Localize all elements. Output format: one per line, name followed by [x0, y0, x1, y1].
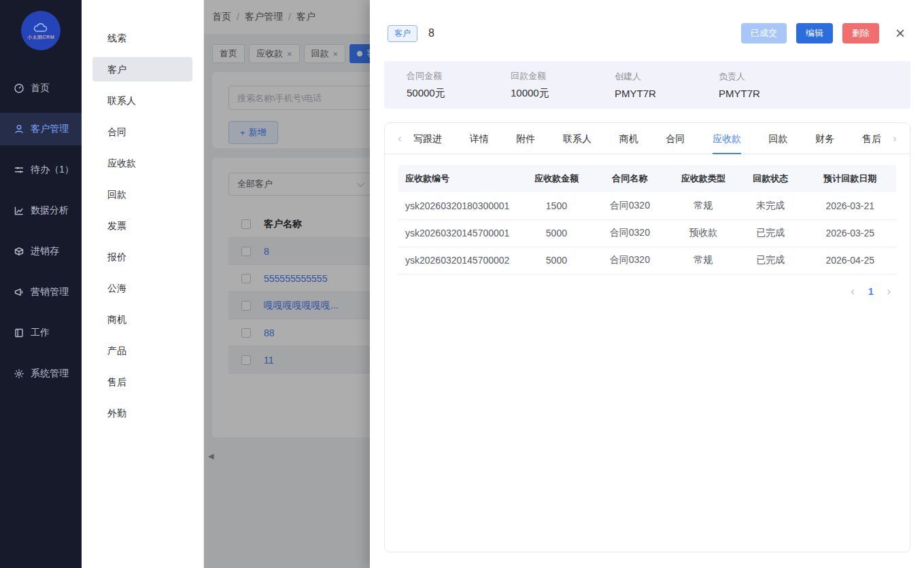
tab-details[interactable]: 详情 — [470, 123, 489, 154]
nav-item-label: 首页 — [31, 82, 50, 94]
summary-contract-amount: 合同金额 50000元 — [384, 70, 488, 100]
receivable-number[interactable]: ysk20260320180300001 — [398, 192, 523, 219]
column-header: 应收款金额 — [523, 165, 590, 192]
submenu-item-contacts[interactable]: 联系人 — [92, 88, 192, 113]
summary-label: 合同金额 — [407, 70, 488, 82]
submenu-item-leads[interactable]: 线索 — [92, 26, 192, 50]
nav-item-label: 系统管理 — [31, 368, 69, 380]
nav-item-home[interactable]: 首页 — [0, 72, 82, 105]
expected-date: 2026-04-25 — [804, 247, 896, 274]
todo-icon — [14, 164, 24, 175]
detail-tabs-list: 写跟进 详情 附件 联系人 商机 合同 应收款 回款 财务 售后 — [405, 123, 889, 154]
receivable-number[interactable]: ysk20260320145700001 — [398, 219, 523, 247]
submenu-item-field-work[interactable]: 外勤 — [92, 401, 192, 425]
analytics-icon — [14, 205, 24, 216]
receivable-amount: 5000 — [523, 219, 590, 247]
nav-item-label: 待办（1） — [31, 164, 74, 176]
column-header: 应收款类型 — [670, 165, 737, 192]
tab-payments[interactable]: 回款 — [769, 123, 788, 154]
receivable-number[interactable]: ysk20260320145700002 — [398, 247, 523, 274]
nav-item-label: 数据分析 — [31, 205, 69, 217]
receivable-type: 常规 — [670, 247, 737, 274]
delete-button[interactable]: 删除 — [842, 23, 879, 43]
contract-name: 合同0320 — [590, 219, 670, 247]
nav-item-label: 进销存 — [31, 245, 59, 258]
crm-screen: 小太阳CRM 首页 客户管理 待办（1） 数据分析 — [0, 0, 924, 568]
table-row[interactable]: ysk20260320145700002 5000 合同0320 常规 已完成 … — [398, 247, 896, 274]
tab-receivables[interactable]: 应收款 — [713, 123, 741, 154]
nav-item-todo[interactable]: 待办（1） — [0, 154, 82, 186]
pagination: ‹ 1 › — [404, 285, 891, 298]
app-logo[interactable]: 小太阳CRM — [21, 11, 61, 50]
contract-name: 合同0320 — [590, 247, 670, 274]
tab-after-sales[interactable]: 售后 — [862, 123, 881, 154]
summary-value: PMYT7R — [615, 88, 696, 99]
app-logo-text: 小太阳CRM — [27, 34, 54, 41]
submenu-item-public-pool[interactable]: 公海 — [92, 276, 192, 300]
customer-detail-drawer: 客户 8 已成交 编辑 删除 × 合同金额 50000元 回款金额 10000元… — [370, 0, 924, 568]
customers-icon — [14, 124, 24, 135]
tab-finance[interactable]: 财务 — [815, 123, 834, 154]
tab-opportunities[interactable]: 商机 — [619, 123, 638, 154]
customer-title: 8 — [428, 27, 741, 39]
nav-item-inventory[interactable]: 进销存 — [0, 235, 82, 268]
tab-attachments[interactable]: 附件 — [516, 123, 535, 154]
submenu-item-products[interactable]: 产品 — [92, 338, 192, 363]
submenu-item-invoices[interactable]: 发票 — [92, 213, 192, 238]
column-header: 回款状态 — [737, 165, 804, 192]
submenu-item-contracts[interactable]: 合同 — [92, 120, 192, 144]
current-page[interactable]: 1 — [868, 286, 874, 297]
nav-item-marketing[interactable]: 营销管理 — [0, 276, 82, 308]
receivables-table-header: 应收款编号 应收款金额 合同名称 应收款类型 回款状态 预计回款日期 — [398, 165, 896, 192]
summary-value: 50000元 — [407, 87, 488, 100]
submenu-item-opportunities[interactable]: 商机 — [92, 307, 192, 332]
tabs-scroll-left-icon[interactable]: ‹ — [394, 132, 405, 145]
summary-value: 10000元 — [511, 87, 592, 100]
submenu-item-after-sales[interactable]: 售后 — [92, 370, 192, 394]
submenu-item-quotes[interactable]: 报价 — [92, 245, 192, 269]
payment-status: 未完成 — [737, 192, 804, 219]
nav-item-analytics[interactable]: 数据分析 — [0, 194, 82, 227]
nav-item-label: 客户管理 — [31, 123, 69, 135]
edit-button[interactable]: 编辑 — [796, 23, 833, 43]
receivables-table: 应收款编号 应收款金额 合同名称 应收款类型 回款状态 预计回款日期 ysk20… — [398, 165, 896, 274]
table-row[interactable]: ysk20260320180300001 1500 合同0320 常规 未完成 … — [398, 192, 896, 219]
submenu-item-customers[interactable]: 客户 — [92, 57, 192, 82]
close-icon[interactable]: × — [895, 25, 905, 41]
detail-card: ‹ 写跟进 详情 附件 联系人 商机 合同 应收款 回款 财务 售后 › — [384, 122, 910, 552]
next-page-icon[interactable]: › — [887, 285, 891, 298]
submenu-item-payments[interactable]: 回款 — [92, 182, 192, 207]
receivable-type: 常规 — [670, 192, 737, 219]
secondary-sidebar: 线索 客户 联系人 合同 应收款 回款 发票 报价 公海 商机 产品 售后 外勤 — [82, 0, 204, 568]
drawer-header: 客户 8 已成交 编辑 删除 × — [370, 0, 924, 43]
inventory-icon — [14, 246, 24, 257]
nav-item-customer-management[interactable]: 客户管理 — [0, 113, 82, 145]
nav-item-work[interactable]: 工作 — [0, 317, 82, 349]
prev-page-icon[interactable]: ‹ — [851, 285, 855, 298]
summary-creator: 创建人 PMYT7R — [592, 71, 696, 99]
nav-item-label: 营销管理 — [31, 286, 69, 298]
table-row[interactable]: ysk20260320145700001 5000 合同0320 预收款 已完成… — [398, 219, 896, 247]
column-header: 预计回款日期 — [804, 165, 896, 192]
column-header: 合同名称 — [590, 165, 670, 192]
detail-tabs: ‹ 写跟进 详情 附件 联系人 商机 合同 应收款 回款 财务 售后 › — [385, 123, 910, 154]
tab-contracts[interactable]: 合同 — [666, 123, 685, 154]
summary-value: PMYT7R — [719, 88, 800, 99]
submenu-item-receivables[interactable]: 应收款 — [92, 151, 192, 175]
tab-contacts[interactable]: 联系人 — [563, 123, 592, 154]
payment-status: 已完成 — [737, 247, 804, 274]
summary-label: 回款金额 — [511, 70, 592, 82]
nav-item-system-settings[interactable]: 系统管理 — [0, 357, 82, 390]
primary-sidebar: 小太阳CRM 首页 客户管理 待办（1） 数据分析 — [0, 0, 82, 568]
mark-deal-button[interactable]: 已成交 — [741, 23, 787, 43]
receivable-amount: 1500 — [523, 192, 590, 219]
nav-item-label: 工作 — [31, 327, 50, 339]
summary-bar: 合同金额 50000元 回款金额 10000元 创建人 PMYT7R 负责人 P… — [384, 61, 910, 109]
tabs-scroll-right-icon[interactable]: › — [889, 132, 900, 145]
tab-write-followup[interactable]: 写跟进 — [413, 123, 442, 154]
dashboard-icon — [14, 83, 24, 94]
column-header: 应收款编号 — [398, 165, 523, 192]
receivable-amount: 5000 — [523, 247, 590, 274]
gear-icon — [14, 368, 24, 379]
receivable-type: 预收款 — [670, 219, 737, 247]
